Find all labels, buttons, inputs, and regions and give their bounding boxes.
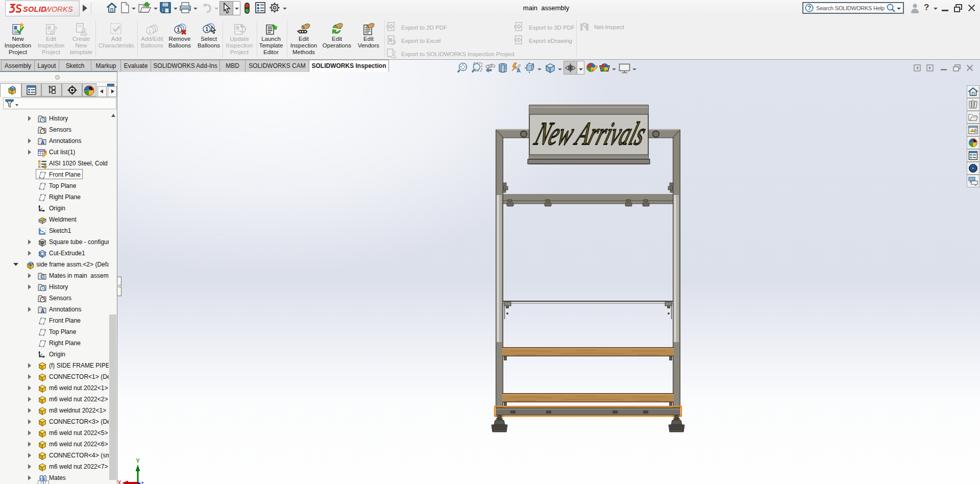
svg-text:New Arrivals: New Arrivals xyxy=(530,115,650,152)
svg-text:X: X xyxy=(117,479,121,484)
svg-text:1: 1 xyxy=(206,27,209,32)
svg-text:Z: Z xyxy=(140,481,144,484)
svg-text:?: ? xyxy=(807,5,811,12)
svg-text:1: 1 xyxy=(149,29,151,34)
svg-text:1: 1 xyxy=(177,27,180,33)
svg-text:A: A xyxy=(517,67,521,74)
svg-text:WORKS: WORKS xyxy=(44,5,73,13)
svg-text:SOLID: SOLID xyxy=(23,5,46,13)
svg-text:Y: Y xyxy=(136,457,140,465)
